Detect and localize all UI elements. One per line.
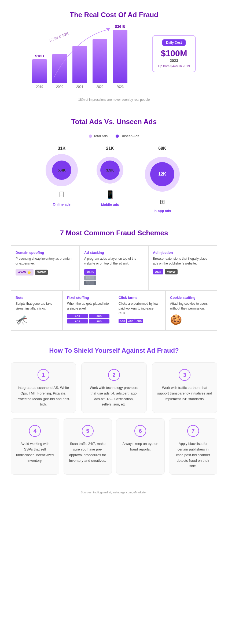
section1-title: The Real Cost Of Ad Fraud bbox=[16, 11, 212, 19]
step-number-4: 4 bbox=[29, 425, 41, 437]
legend-total-ads: Total Ads bbox=[89, 134, 108, 138]
pixel-ads-grid: ADS ADS ADS ADS bbox=[67, 314, 109, 323]
step-number-5: 5 bbox=[82, 425, 94, 437]
shield-step-7: 7 Apply blacklists for certain publisher… bbox=[169, 418, 218, 475]
scheme-stacking-desc: A program adds a layer on top of the web… bbox=[84, 256, 144, 266]
donut-row: 31K 5.4K 🖥 Online ads 21K 3.9K bbox=[16, 146, 212, 213]
bar-value-2023: $36 B bbox=[115, 24, 125, 29]
donut-mobile-wrapper: 3.9K bbox=[94, 154, 126, 186]
chart-note: 18% of impressions are never seen by rea… bbox=[16, 98, 212, 102]
donut-mobile-title: Mobile ads bbox=[101, 203, 119, 207]
scheme-ad-injection: Ad injection Browser extensions that ill… bbox=[148, 245, 217, 290]
shield-title: How To Shield Yourself Against Ad Fraud? bbox=[11, 347, 217, 354]
shield-step-6: 6 Always keep an eye on fraud reports. bbox=[116, 418, 165, 475]
scheme-bots-desc: Scripts that generate fake views, instal… bbox=[16, 301, 58, 311]
shield-step-4: 4 Avoid working with SSPs that sell undi… bbox=[11, 418, 59, 475]
bar-2022 bbox=[93, 39, 107, 83]
donut-mobile-inner: 3.9K bbox=[106, 168, 114, 172]
daily-cost-note: Up from $44M in 2019 bbox=[158, 64, 190, 68]
bar-year-2020: 2020 bbox=[56, 85, 63, 89]
shield-step-3: 3 Work with traffic partners that suppor… bbox=[152, 362, 217, 413]
scheme-injection-icons: ADS WWW bbox=[153, 269, 212, 274]
scheme-cookie-name: Cookie stuffing bbox=[170, 296, 212, 300]
bar-value-2020 bbox=[59, 49, 60, 53]
bar-value-2019: $18B bbox=[35, 54, 44, 58]
bar-2019 bbox=[32, 59, 47, 83]
step-text-3: Work with traffic partners that support … bbox=[157, 385, 212, 402]
bar-2021 bbox=[72, 46, 87, 83]
bar-2020 bbox=[52, 54, 67, 83]
www-dark-box: WWW bbox=[165, 269, 178, 274]
scheme-click-name: Click farms bbox=[119, 296, 161, 300]
schemes-bottom-grid: Bots Scripts that generate fake views, i… bbox=[11, 291, 217, 331]
bar-value-2022 bbox=[100, 34, 101, 38]
bar-value-2021 bbox=[79, 40, 80, 45]
donut-inapp-wrapper: 12K bbox=[142, 154, 182, 194]
donut-online-title: Online ads bbox=[53, 202, 71, 206]
scheme-domain-name: Domain spoofing bbox=[16, 251, 75, 255]
scheme-domain-spoofing: Domain spoofing Presenting cheap invento… bbox=[11, 245, 80, 290]
scheme-domain-desc: Presenting cheap inventory as premium or… bbox=[16, 256, 75, 266]
cookie-icon: 🍪 bbox=[170, 314, 212, 325]
step-text-7: Apply blacklists for certain publishers … bbox=[174, 441, 212, 469]
section3-title: 7 Most Common Fraud Schemes bbox=[11, 229, 217, 237]
online-device-icon: 🖥 bbox=[58, 190, 66, 199]
scheme-stacking-name: Ad stacking bbox=[84, 251, 144, 255]
step-number-3: 3 bbox=[179, 369, 190, 381]
daily-cost-year: 2023 bbox=[158, 58, 190, 63]
bar-group-2021: 2021 bbox=[72, 40, 87, 89]
scheme-ad-stacking: Ad stacking A program adds a layer on to… bbox=[80, 245, 148, 290]
section2-title: Total Ads Vs. Unseen Ads bbox=[16, 118, 212, 126]
scheme-pixel-desc: When the ad gets placed into a single pi… bbox=[67, 301, 109, 311]
bars-row: $18B 2019 2020 2021 2022 bbox=[32, 24, 127, 89]
bar-group-2023: $36 B 2023 bbox=[113, 24, 127, 89]
step-number-1: 1 bbox=[38, 369, 49, 381]
scheme-cookie-desc: Attaching cookies to users without their… bbox=[170, 301, 212, 311]
inapp-device-icon: ⊞ bbox=[160, 198, 165, 206]
scheme-pixel-stuffing: Pixel stuffing When the ad gets placed i… bbox=[62, 291, 114, 330]
bar-year-2023: 2023 bbox=[116, 85, 124, 89]
bar-group-2020: 2020 bbox=[52, 49, 67, 89]
bar-2023 bbox=[113, 30, 127, 83]
bar-group-2022: 2022 bbox=[93, 34, 107, 89]
bot-icon: 🦟 bbox=[16, 314, 58, 325]
donut-online-wrapper: 5.4K bbox=[46, 154, 78, 186]
click-ads-row: ADS ADS ADS bbox=[119, 319, 161, 323]
ads-purple-box: ADS bbox=[153, 269, 163, 274]
bar-group-2019: $18B 2019 bbox=[32, 54, 47, 89]
bar-year-2019: 2019 bbox=[36, 85, 43, 89]
mobile-device-icon: 📱 bbox=[105, 190, 115, 199]
donut-inapp: 69K 12K ⊞ In-app ads bbox=[142, 146, 182, 213]
donut-online: 31K 5.4K 🖥 Online ads bbox=[46, 146, 78, 206]
footer: Sources: trafficguard.ai, instapage.com,… bbox=[0, 485, 228, 502]
scheme-bots: Bots Scripts that generate fake views, i… bbox=[11, 291, 62, 330]
section-total-ads: Total Ads Vs. Unseen Ads Total Ads Unsee… bbox=[0, 110, 228, 221]
section-shield: How To Shield Yourself Against Ad Fraud?… bbox=[0, 339, 228, 485]
donut-inapp-outer: 69K bbox=[158, 146, 166, 151]
bar-year-2022: 2022 bbox=[96, 85, 104, 89]
donut-online-inner: 5.4K bbox=[58, 168, 66, 172]
shield-top-grid: 1 Integrate ad scanners IAS, White Ops, … bbox=[11, 362, 217, 413]
chart-container: 17.8% CAGR $18B 2019 2020 bbox=[16, 27, 212, 97]
shield-step-1: 1 Integrate ad scanners IAS, White Ops, … bbox=[11, 362, 76, 413]
daily-cost-box: Daily Cost $100M 2023 Up from $44M in 20… bbox=[152, 35, 196, 72]
scheme-domain-icons: WWW ⭐ WWW bbox=[16, 269, 75, 276]
legend-dot-unseen bbox=[116, 135, 119, 138]
shield-step-5: 5 Scan traffic 24/7, make sure you have … bbox=[64, 418, 112, 475]
step-number-7: 7 bbox=[187, 425, 199, 437]
step-text-6: Always keep an eye on fraud reports. bbox=[121, 441, 160, 452]
section-fraud-schemes: 7 Most Common Fraud Schemes Domain spoof… bbox=[0, 221, 228, 339]
footer-text: Sources: trafficguard.ai, instapage.com,… bbox=[81, 491, 148, 494]
daily-cost-header: Daily Cost bbox=[162, 39, 186, 46]
scheme-cookie-stuffing: Cookie stuffing Attaching cookies to use… bbox=[166, 291, 217, 330]
www-box-light: WWW ⭐ bbox=[16, 269, 34, 276]
bar-year-2021: 2021 bbox=[76, 85, 83, 89]
legend-unseen-ads: Unseen Ads bbox=[116, 134, 139, 138]
step-text-4: Avoid working with SSPs that sell undisc… bbox=[16, 441, 54, 463]
step-text-5: Scan traffic 24/7, make sure you have pr… bbox=[69, 441, 107, 463]
donut-inapp-title: In-app ads bbox=[153, 209, 171, 213]
shield-bottom-grid: 4 Avoid working with SSPs that sell undi… bbox=[11, 418, 217, 475]
step-text-2: Work with technology providers that use … bbox=[86, 385, 141, 407]
yellow-star-icon: ⭐ bbox=[27, 270, 31, 274]
legend: Total Ads Unseen Ads bbox=[16, 134, 212, 138]
